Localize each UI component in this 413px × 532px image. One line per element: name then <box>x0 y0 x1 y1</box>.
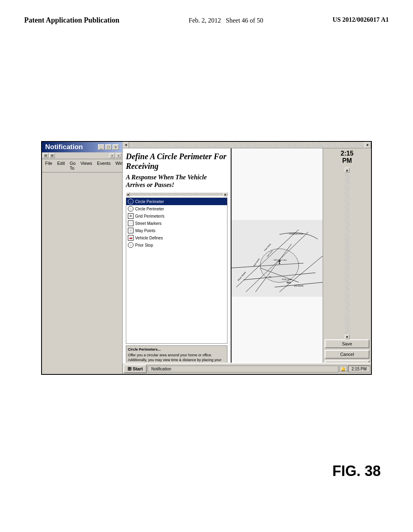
maximize-icon[interactable]: □ <box>105 144 112 150</box>
list-with-scroll: ◄ ► ○ Circle Perimeter <box>126 192 227 369</box>
ampm-text: PM <box>325 157 369 164</box>
menu-bar: File Edit Go To Views Events Window Help <box>42 159 122 172</box>
list-scroll-track <box>130 193 223 196</box>
v-scroll-up[interactable]: ▲ <box>345 168 350 172</box>
map-area: River Street Overlook Drive Park Lane 10… <box>232 148 323 368</box>
scroll-right-arrow[interactable]: ► <box>365 142 371 148</box>
app-title: Notification <box>45 143 83 151</box>
map-svg: River Street Overlook Drive Park Lane 10… <box>232 148 323 368</box>
publication-label: Patent Application Publication <box>24 16 119 25</box>
time-display: 2:15 PM <box>325 150 369 164</box>
svg-text:Overlook Drive: Overlook Drive <box>289 233 303 235</box>
menu-views[interactable]: Views <box>79 160 94 171</box>
desc-title: Circle Perimeters... <box>128 347 225 352</box>
menu-goto[interactable]: Go To <box>68 160 77 171</box>
list-item-vehicle-defines[interactable]: 🚗 Vehicle Defines <box>126 234 227 241</box>
define-panel: Define A Circle Perimeter For Receiving … <box>123 148 232 374</box>
time-text: 2:15 <box>325 150 369 157</box>
map-panel: River Street Overlook Drive Park Lane 10… <box>232 148 323 374</box>
list-scroll-right[interactable]: ► <box>223 192 227 196</box>
taskbar: ⊞ Start Notification 🔔 2:15 PM <box>123 363 371 374</box>
menu-file[interactable]: File <box>44 160 54 171</box>
taskbar-notif-label: Notification <box>151 367 171 371</box>
close-icon[interactable]: × <box>113 144 119 150</box>
date-label: Feb. 2, 2012 <box>189 17 221 24</box>
windows-logo: ⊞ <box>127 366 131 372</box>
define-title: Define A Circle Perimeter For Receiving <box>126 152 227 171</box>
circle-icon-2: ○ <box>128 206 133 212</box>
figure-label: FIG. 38 <box>332 463 381 480</box>
header-info: Feb. 2, 2012 Sheet 46 of 50 <box>189 16 263 25</box>
list-area: ◄ ► ○ Circle Perimeter <box>126 192 227 371</box>
list-item-street-markers[interactable]: ⋯ Street Markers <box>126 220 227 227</box>
list-item-circle-perimeter-2[interactable]: ○ Circle Perimeter <box>126 205 227 212</box>
screenshot-wrapper: Notification _ □ × ▤ ▤ × × <box>41 141 372 375</box>
start-label: Start <box>133 366 143 371</box>
scroll-track-h <box>129 143 365 147</box>
main-content: ◄ ► Define A Circle Perimeter For Receiv… <box>123 142 371 374</box>
page-header: Patent Application Publication Feb. 2, 2… <box>0 16 413 25</box>
left-panel-spacer <box>42 172 122 374</box>
close-btn-small[interactable]: × <box>109 153 115 158</box>
list-item-prior-stop[interactable]: ○ Prior Stop <box>126 241 227 249</box>
system-clock: 2:15 PM <box>348 366 370 372</box>
dots-icon: ⋯ <box>128 220 133 226</box>
svg-text:3rd Street: 3rd Street <box>294 285 304 287</box>
toolbar-icons: ▤ ▤ <box>43 153 55 158</box>
list-scroll-left[interactable]: ◄ <box>126 192 130 196</box>
taskbar-notification-item[interactable]: Notification <box>148 366 338 372</box>
grid-icon: ⊞ <box>128 213 133 219</box>
scroll-left-arrow[interactable]: ◄ <box>123 142 129 148</box>
menu-edit[interactable]: Edit <box>56 160 67 171</box>
v-scroll-track <box>345 172 350 335</box>
list-h-scroll: ◄ ► <box>126 192 227 197</box>
toolbar-icon-2[interactable]: ▤ <box>49 153 55 158</box>
cancel-button[interactable]: Cancel <box>325 350 369 359</box>
car-icon: 🚗 <box>128 235 133 241</box>
patent-number: US 2012/0026017 A1 <box>332 16 389 23</box>
menu-events[interactable]: Events <box>96 160 113 171</box>
list-item-way-points[interactable]: ? Way Points <box>126 227 227 234</box>
svg-point-21 <box>260 249 298 282</box>
sheet-label: Sheet 46 of 50 <box>226 17 263 24</box>
window-controls: _ □ × <box>98 144 119 150</box>
perimeter-list: ○ Circle Perimeter ○ Circle Perimeter <box>126 197 227 344</box>
svg-text:632: 632 <box>287 281 291 284</box>
content-area: Define A Circle Perimeter For Receiving … <box>123 148 371 374</box>
right-scrollbar: ▲ ▼ <box>325 168 369 339</box>
toolbar-icon-1[interactable]: ▤ <box>43 153 48 158</box>
right-side-panel: 2:15 PM ▲ ▼ Save Cancel Default <box>323 148 371 374</box>
left-panel: Notification _ □ × ▤ ▤ × × <box>42 142 123 374</box>
start-button[interactable]: ⊞ Start <box>123 364 147 373</box>
close-btn-small-2[interactable]: × <box>116 153 121 158</box>
toolbar-right-icons: × × <box>109 153 121 158</box>
define-subtitle: A Response When The Vehicle Arrives or P… <box>126 173 227 189</box>
notification-tray-icon[interactable]: 🔔 <box>339 366 347 372</box>
circle-icon-1: ○ <box>128 199 133 204</box>
v-scroll-down[interactable]: ▼ <box>345 335 350 339</box>
empty-circle-icon: ○ <box>128 242 133 248</box>
minimize-icon[interactable]: _ <box>98 144 104 150</box>
top-scrollbar: ◄ ► <box>123 142 371 148</box>
save-button[interactable]: Save <box>325 339 369 348</box>
list-item-circle-perimeter-1[interactable]: ○ Circle Perimeter <box>126 198 227 205</box>
figure-container: Notification _ □ × ▤ ▤ × × <box>32 64 381 451</box>
question-icon: ? <box>128 228 133 233</box>
list-item-grid-perimeter[interactable]: ⊞ Grid Perimeter/s <box>126 212 227 220</box>
